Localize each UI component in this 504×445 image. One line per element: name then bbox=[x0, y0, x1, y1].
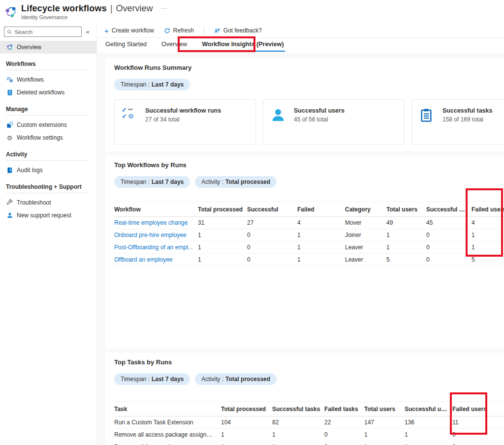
column-header[interactable]: Failed users bbox=[472, 206, 504, 213]
sidebar-item-label: Workflows bbox=[17, 76, 44, 83]
cell: 1 bbox=[198, 256, 247, 263]
column-header[interactable]: Total users bbox=[364, 406, 405, 413]
gear-icon: ⚙ bbox=[6, 134, 13, 142]
column-header[interactable]: Successful users bbox=[405, 406, 452, 413]
table-header-row: Task Total processed Successful tasks Fa… bbox=[114, 401, 504, 416]
search-input-wrapper[interactable] bbox=[4, 27, 82, 37]
main-pane: + Create workflow Refresh Got feedback? bbox=[97, 24, 504, 445]
sidebar-item-workflows[interactable]: Workflows bbox=[0, 73, 96, 86]
cell: 1 bbox=[386, 232, 426, 238]
tab-workflow-insights[interactable]: Workflow Insights (Preview) bbox=[201, 41, 284, 52]
cell: 1 bbox=[472, 232, 504, 238]
sidebar-item-overview[interactable]: Overview bbox=[0, 41, 96, 54]
search-icon bbox=[7, 29, 12, 35]
column-header[interactable]: Successful tasks bbox=[272, 406, 324, 413]
cell: 104 bbox=[221, 419, 272, 426]
cell: 4 bbox=[297, 219, 345, 226]
cell: 1 bbox=[297, 256, 345, 263]
tab-getting-started[interactable]: Getting Started bbox=[104, 41, 148, 51]
column-header[interactable]: Total processed bbox=[198, 206, 247, 213]
cell: 1 bbox=[364, 431, 405, 438]
got-feedback-button[interactable]: Got feedback? bbox=[214, 27, 262, 34]
column-header[interactable]: Task bbox=[114, 406, 221, 413]
cell: 22 bbox=[324, 419, 364, 426]
top-tasks-table: Task Total processed Successful tasks Fa… bbox=[114, 401, 504, 445]
column-header[interactable]: Total processed bbox=[221, 406, 272, 413]
section-heading: Workflow Runs Summary bbox=[114, 64, 504, 71]
sidebar-item-new-support-request[interactable]: New support request bbox=[0, 209, 96, 222]
column-header[interactable]: Failed tasks bbox=[324, 406, 364, 413]
tab-overview[interactable]: Overview bbox=[160, 41, 188, 51]
cell: Leaver bbox=[345, 244, 386, 251]
workflow-link[interactable]: Onboard pre-hire employee bbox=[114, 232, 198, 238]
divider bbox=[6, 160, 89, 161]
sidebar-item-label: New support request bbox=[17, 212, 71, 219]
sidebar-collapse-button[interactable]: « bbox=[82, 28, 94, 35]
search-input[interactable] bbox=[15, 29, 79, 35]
divider bbox=[6, 70, 89, 70]
sidebar-section-workflows: Workflows bbox=[0, 54, 96, 70]
support-person-icon bbox=[6, 212, 13, 219]
sidebar-item-troubleshoot[interactable]: Troubleshoot bbox=[0, 196, 96, 209]
sidebar-section-activity: Activity bbox=[0, 144, 96, 160]
cell: Joiner bbox=[345, 232, 386, 238]
identity-governance-logo-icon bbox=[4, 5, 18, 19]
cell: 1 bbox=[272, 431, 324, 438]
more-options-button[interactable]: ... bbox=[161, 3, 168, 10]
activity-filter-pill[interactable]: Activity : Total processed bbox=[195, 373, 277, 385]
workflow-link[interactable]: Real-time employee change bbox=[114, 219, 198, 226]
sidebar-item-custom-extensions[interactable]: Custom extensions bbox=[0, 119, 96, 131]
cell: 1 bbox=[297, 244, 345, 251]
sidebar-item-audit-logs[interactable]: Audit logs bbox=[0, 164, 96, 177]
sidebar-item-label: Workflow settings bbox=[17, 134, 63, 141]
sidebar-item-workflow-settings[interactable]: ⚙ Workflow settings bbox=[0, 131, 96, 144]
column-header[interactable]: Workflow bbox=[114, 206, 198, 213]
column-header[interactable]: Successful users bbox=[426, 206, 472, 213]
refresh-button[interactable]: Refresh bbox=[164, 27, 194, 34]
cell: 31 bbox=[198, 219, 247, 226]
cell: 0 bbox=[426, 256, 472, 263]
timespan-filter-pill[interactable]: Timespan : Last 7 days bbox=[114, 373, 190, 385]
summary-card-workflow-runs: ✓ ✓⚙ Successful workflow runs 27 of 34 t… bbox=[114, 99, 256, 145]
workflow-link[interactable]: Offboard an employee bbox=[114, 256, 198, 263]
page-subtitle: Overview bbox=[116, 3, 153, 14]
sidebar-item-deleted-workflows[interactable]: Deleted workflows bbox=[0, 86, 96, 99]
column-header[interactable]: Failed users bbox=[452, 406, 492, 413]
custom-extensions-icon bbox=[6, 121, 13, 129]
table-header-row: Workflow Total processed Successful Fail… bbox=[114, 202, 504, 217]
deleted-workflows-icon bbox=[6, 89, 13, 96]
timespan-filter-pill[interactable]: Timespan : Last 7 days bbox=[114, 176, 190, 188]
activity-filter-pill[interactable]: Activity : Total processed bbox=[195, 176, 277, 188]
divider bbox=[6, 193, 89, 193]
sidebar-item-label: Overview bbox=[17, 44, 41, 51]
summary-cards-row: ✓ ✓⚙ Successful workflow runs 27 of 34 t… bbox=[114, 99, 504, 145]
column-header[interactable]: Failed bbox=[297, 206, 345, 213]
cell: 45 bbox=[426, 219, 472, 226]
cell: 0 bbox=[426, 232, 472, 238]
cell: 1 bbox=[198, 232, 247, 238]
cell: 5 bbox=[472, 256, 504, 263]
plus-icon: + bbox=[104, 27, 109, 35]
workflow-link[interactable]: Post-Offboarding of an empl... bbox=[114, 244, 198, 251]
table-row: Real-time employee change 31 27 4 Mover … bbox=[114, 217, 504, 229]
sidebar-item-label: Troubleshoot bbox=[17, 199, 51, 206]
cell: 5 bbox=[386, 256, 426, 263]
cell: 136 bbox=[405, 419, 452, 426]
table-row: Post-Offboarding of an empl... 1 0 1 Lea… bbox=[114, 241, 504, 254]
workflow-runs-summary-section: Workflow Runs Summary Timespan : Last 7 … bbox=[105, 58, 504, 151]
column-header[interactable]: Successful bbox=[247, 206, 297, 213]
sidebar-item-label: Audit logs bbox=[17, 167, 43, 174]
cell: Leaver bbox=[345, 256, 386, 263]
timespan-filter-pill[interactable]: Timespan : Last 7 days bbox=[114, 79, 190, 90]
service-name: Identity Governance bbox=[21, 14, 153, 20]
identity-governance-icon bbox=[6, 44, 13, 51]
column-header[interactable]: Category bbox=[345, 206, 386, 213]
card-title: Successful users bbox=[294, 107, 345, 114]
cell: 1 bbox=[386, 244, 426, 251]
column-header[interactable]: Total users bbox=[386, 206, 426, 213]
table-row: Remove all access package assignments fo… bbox=[114, 429, 504, 441]
cell: 1 bbox=[198, 244, 247, 251]
create-workflow-button[interactable]: + Create workflow bbox=[104, 27, 154, 35]
table-row: Remove all licenses for user 1 1 0 1 1 0 bbox=[114, 441, 504, 445]
top-workflows-section: Top Workflows by Runs Timespan : Last 7 … bbox=[105, 155, 504, 349]
